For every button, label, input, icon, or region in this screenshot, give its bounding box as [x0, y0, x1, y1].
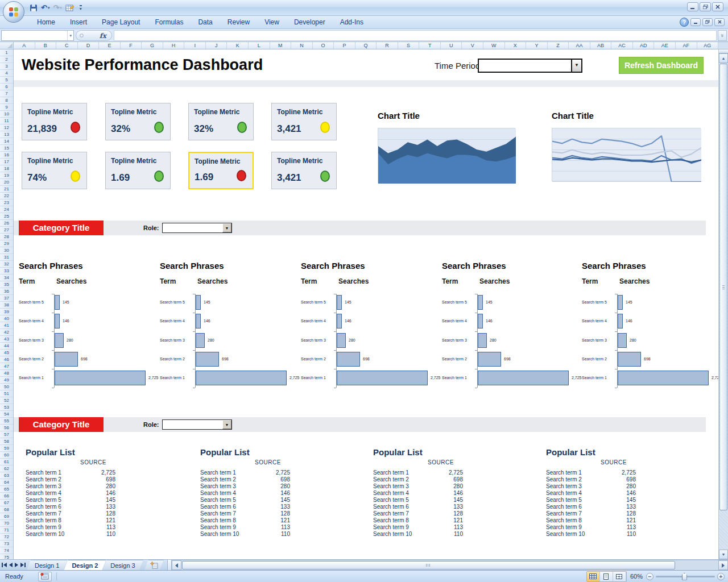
column-header-N[interactable]: N	[291, 42, 313, 49]
macro-record-button[interactable]	[38, 572, 52, 581]
row-header-46[interactable]: 46	[0, 356, 13, 363]
row-header-57[interactable]: 57	[0, 431, 13, 438]
column-header-AB[interactable]: AB	[590, 42, 612, 49]
select-all-corner[interactable]	[0, 42, 14, 49]
row-header-25[interactable]: 25	[0, 213, 13, 220]
row-header-27[interactable]: 27	[0, 227, 13, 234]
scroll-up-icon[interactable]: ▲	[719, 53, 728, 63]
row-header-61[interactable]: 61	[0, 459, 13, 465]
row-header-42[interactable]: 42	[0, 329, 13, 336]
row-header-38[interactable]: 38	[0, 302, 13, 309]
column-header-B[interactable]: B	[35, 42, 57, 49]
row-header-28[interactable]: 28	[0, 234, 13, 240]
vertical-split-handle[interactable]	[719, 49, 728, 53]
column-header-AD[interactable]: AD	[633, 42, 655, 49]
row-header-58[interactable]: 58	[0, 438, 13, 445]
row-header-74[interactable]: 74	[0, 547, 13, 554]
column-header-A[interactable]: A	[14, 42, 35, 49]
row-header-64[interactable]: 64	[0, 479, 13, 486]
row-header-14[interactable]: 14	[0, 138, 13, 145]
workbook-minimize-button[interactable]	[690, 18, 701, 26]
expand-formula-bar-icon[interactable]: »	[718, 30, 727, 41]
row-header-47[interactable]: 47	[0, 363, 13, 370]
row-header-2[interactable]: 2	[0, 56, 13, 63]
horizontal-scroll-track[interactable]	[181, 560, 718, 570]
tab-split-handle[interactable]	[167, 560, 172, 570]
name-box-dropdown-icon[interactable]: ▾	[67, 31, 73, 40]
row-header-21[interactable]: 21	[0, 186, 13, 193]
insert-function-button[interactable]: fx	[76, 30, 112, 41]
row-header-52[interactable]: 52	[0, 397, 13, 404]
row-header-12[interactable]: 12	[0, 124, 13, 131]
row-header-15[interactable]: 15	[0, 145, 13, 152]
column-header-J[interactable]: J	[206, 42, 228, 49]
row-header-72[interactable]: 72	[0, 534, 13, 541]
line-chart[interactable]	[552, 128, 701, 181]
customize-quick-access-icon[interactable]: ▾	[80, 5, 82, 11]
row-header-36[interactable]: 36	[0, 288, 13, 295]
role-dropdown[interactable]: ▼	[162, 419, 232, 430]
vertical-scrollbar[interactable]: ▲ ▼	[718, 49, 728, 559]
row-header-35[interactable]: 35	[0, 281, 13, 288]
column-header-Y[interactable]: Y	[526, 42, 548, 49]
first-sheet-button[interactable]	[2, 563, 7, 567]
sheet-canvas[interactable]: Website Performance DashboardTime Period…	[14, 49, 718, 559]
office-button[interactable]	[3, 1, 24, 23]
ribbon-tab-data[interactable]: Data	[191, 16, 220, 28]
row-header-4[interactable]: 4	[0, 70, 13, 77]
column-header-C[interactable]: C	[56, 42, 78, 49]
name-box[interactable]: ▾	[1, 30, 74, 41]
sheet-tab-design-1[interactable]: Design 1	[27, 560, 67, 570]
row-header-17[interactable]: 17	[0, 159, 13, 165]
next-sheet-button[interactable]	[15, 563, 18, 567]
row-header-29[interactable]: 29	[0, 240, 13, 247]
page-layout-view-button[interactable]	[600, 572, 613, 581]
row-header-24[interactable]: 24	[0, 206, 13, 213]
zoom-level-label[interactable]: 60%	[630, 573, 643, 580]
row-header-5[interactable]: 5	[0, 77, 13, 84]
column-header-L[interactable]: L	[249, 42, 270, 49]
undo-button[interactable]: ↶▾	[40, 2, 51, 14]
row-header-9[interactable]: 9	[0, 104, 13, 111]
row-header-60[interactable]: 60	[0, 452, 13, 459]
row-header-70[interactable]: 70	[0, 520, 13, 527]
sheet-tab-design-3[interactable]: Design 3	[102, 560, 143, 570]
insert-worksheet-tab[interactable]	[144, 560, 164, 570]
column-header-U[interactable]: U	[441, 42, 462, 49]
column-header-M[interactable]: M	[270, 42, 292, 49]
column-header-D[interactable]: D	[78, 42, 100, 49]
row-header-55[interactable]: 55	[0, 418, 13, 425]
row-header-30[interactable]: 30	[0, 247, 13, 254]
scroll-left-icon[interactable]	[172, 560, 181, 570]
column-header-AE[interactable]: AE	[654, 42, 676, 49]
page-break-view-button[interactable]	[613, 572, 626, 581]
row-header-68[interactable]: 68	[0, 506, 13, 513]
row-header-56[interactable]: 56	[0, 425, 13, 431]
column-header-T[interactable]: T	[419, 42, 441, 49]
row-header-6[interactable]: 6	[0, 84, 13, 90]
row-header-69[interactable]: 69	[0, 513, 13, 520]
row-header-1[interactable]: 1	[0, 49, 13, 56]
close-button[interactable]	[712, 2, 723, 11]
chevron-down-icon[interactable]: ▼	[222, 223, 231, 232]
row-header-32[interactable]: 32	[0, 261, 13, 268]
zoom-out-icon[interactable]: −	[646, 573, 653, 580]
role-dropdown[interactable]: ▼	[162, 223, 232, 233]
horizontal-scroll-thumb[interactable]	[182, 561, 675, 569]
row-header-33[interactable]: 33	[0, 268, 13, 275]
row-header-66[interactable]: 66	[0, 493, 13, 500]
row-header-13[interactable]: 13	[0, 131, 13, 138]
row-header-62[interactable]: 62	[0, 465, 13, 472]
row-header-65[interactable]: 65	[0, 486, 13, 493]
ribbon-tab-insert[interactable]: Insert	[63, 16, 94, 28]
column-header-AF[interactable]: AF	[676, 42, 697, 49]
zoom-slider-track[interactable]	[656, 576, 715, 577]
row-header-11[interactable]: 11	[0, 118, 13, 124]
save-button[interactable]	[28, 2, 39, 14]
chevron-down-icon[interactable]: ▼	[222, 420, 231, 429]
ribbon-tab-review[interactable]: Review	[220, 16, 257, 28]
row-header-59[interactable]: 59	[0, 445, 13, 452]
column-header-G[interactable]: G	[142, 42, 163, 49]
row-header-16[interactable]: 16	[0, 152, 13, 159]
minimize-button[interactable]	[687, 2, 698, 11]
